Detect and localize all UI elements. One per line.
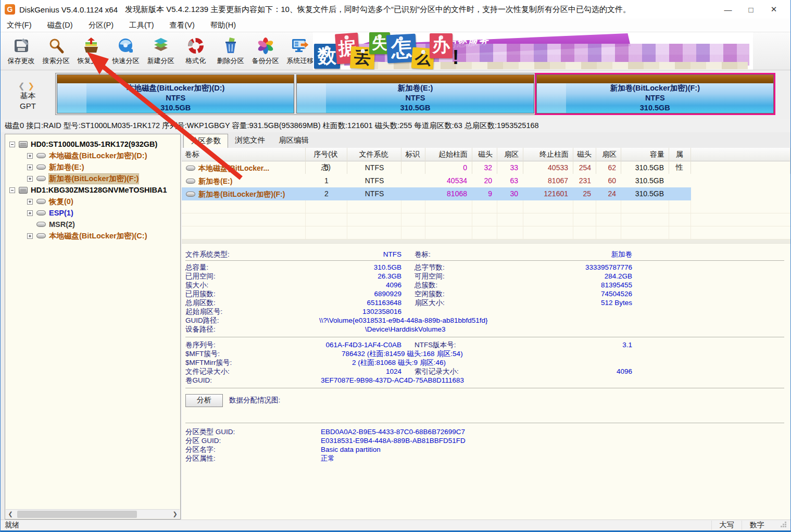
partition-icon xyxy=(36,222,46,227)
toolbar-label: 备份分区 xyxy=(252,56,279,66)
used-space-band xyxy=(537,83,566,113)
delete-partition-icon xyxy=(222,37,240,55)
empty-row xyxy=(182,213,790,226)
table-header-row: 卷标 序号(状态) 文件系统 标识 起始柱面 磁头 扇区 终止柱面 磁头 扇区 … xyxy=(182,148,790,161)
expand-icon[interactable] xyxy=(27,153,33,159)
partition-details: 文件系统类型: NTFS 卷标: 新加卷 总容量:310.5GB总字节数:333… xyxy=(182,244,790,463)
harddisk-icon xyxy=(19,187,28,194)
tree-item-local-d[interactable]: 本地磁盘(BitLocker加密)(D:) xyxy=(5,150,180,161)
partition-block-e[interactable]: 新加卷(E:) NTFS 310.5GB xyxy=(296,74,534,113)
tab-partition-params[interactable]: 分区参数 xyxy=(183,134,228,148)
scrollbar-thumb[interactable] xyxy=(17,511,137,518)
expand-icon[interactable] xyxy=(27,164,33,170)
guid-path-label: GUID路径: xyxy=(185,316,279,325)
partition-block-f-selected[interactable]: 新加卷(BitLocker加密)(F:) NTFS 310.5GB xyxy=(536,74,774,113)
tree-item-label: HD0:ST1000LM035-1RK172(932GB) xyxy=(31,140,157,148)
disk-type-gpt: GPT xyxy=(20,102,36,110)
next-disk-arrow-icon[interactable]: ❯ xyxy=(28,81,38,90)
table-end-strip xyxy=(182,239,790,244)
toolbar-save-changes[interactable]: 保存更改 xyxy=(4,34,39,68)
backup-partition-icon xyxy=(257,37,274,55)
partition-icon xyxy=(36,210,46,216)
scroll-right-icon[interactable]: ❯ xyxy=(170,511,180,517)
status-ready: 就绪 xyxy=(5,521,711,530)
save-icon xyxy=(12,37,30,55)
menu-help[interactable]: 帮助(H) xyxy=(210,20,236,30)
update-notice: 发现新版本 V5.4.2.1239 主要更新内容如下：10、恢复文件后，同时勾选… xyxy=(125,5,631,15)
prev-disk-arrow-icon[interactable]: ❮ xyxy=(18,81,28,90)
toolbar-backup-partition[interactable]: 备份分区 xyxy=(248,34,283,68)
volume-serial-value: 061A-F4D3-1AF4-C0AB xyxy=(279,340,401,349)
tab-sector-edit[interactable]: 扇区编辑 xyxy=(272,134,316,148)
toolbar-new-partition[interactable]: 新建分区 xyxy=(143,34,178,68)
status-caps-lock: 大写 xyxy=(711,521,742,530)
menu-partition[interactable]: 分区(P) xyxy=(89,20,114,30)
partition-block-d[interactable]: 本地磁盘(BitLocker加密)(D:) NTFS 310.5GB xyxy=(57,74,294,113)
system-migration-icon xyxy=(292,37,309,55)
expand-icon[interactable] xyxy=(27,233,33,239)
tree-item-label: 恢复(0) xyxy=(49,197,73,207)
maximize-button[interactable]: □ xyxy=(739,5,762,14)
fs-type-label: 文件系统类型: xyxy=(185,250,279,259)
partition-name: 新加卷(BitLocker加密)(F:) xyxy=(610,83,700,93)
table-row-partition-d[interactable]: 本地磁盘(BitLocker... 0 NTFS 0 32 33 40533 2… xyxy=(182,161,790,174)
toolbar-label: 恢复文件 xyxy=(78,56,105,66)
menu-view[interactable]: 查看(V) xyxy=(170,20,195,30)
tree-item-hd0[interactable]: HD0:ST1000LM035-1RK172(932GB) xyxy=(5,138,180,150)
table-row-partition-e[interactable]: 新加卷(E:) 1 NTFS 40534 20 63 81067 231 60 … xyxy=(182,174,790,187)
analyze-button[interactable]: 分析 xyxy=(185,394,223,407)
new-partition-icon xyxy=(152,37,170,55)
tree-item-local-c[interactable]: 本地磁盘(BitLocker加密)(C:) xyxy=(5,230,180,242)
resize-grip-icon[interactable] xyxy=(785,522,786,523)
partition-name: 新加卷(E:) xyxy=(398,83,433,93)
toolbar-format[interactable]: 格式化 xyxy=(178,34,213,68)
partition-block-header xyxy=(297,75,533,83)
collapse-icon[interactable] xyxy=(9,142,15,147)
minimize-button[interactable]: — xyxy=(717,5,739,14)
tree-item-msr[interactable]: MSR(2) xyxy=(5,219,180,230)
menu-disk[interactable]: 磁盘(D) xyxy=(47,20,73,30)
used-space-band xyxy=(57,83,86,113)
quick-partition-icon xyxy=(117,37,135,55)
tree-item-esp[interactable]: ESP(1) xyxy=(5,207,180,219)
tree-horizontal-scrollbar[interactable]: ❮ ❯ xyxy=(6,509,180,518)
allocation-map-label: 数据分配情况图: xyxy=(229,396,280,405)
toolbar-system-migration[interactable]: 系统迁移 xyxy=(283,34,318,68)
toolbar-label: 快速分区 xyxy=(112,56,140,66)
harddisk-icon xyxy=(19,141,28,148)
toolbar: 保存更改 搜索分区 恢复文件 快速分区 新建分区 xyxy=(1,32,790,70)
expand-icon[interactable] xyxy=(27,210,33,216)
device-path-value: \Device\HarddiskVolume3 xyxy=(279,325,632,334)
volume-guid-value: 3EF7087E-9B98-437D-AC4D-75AB8D111683 xyxy=(279,376,632,385)
scroll-left-icon[interactable]: ❮ xyxy=(6,511,15,517)
toolbar-recover-files[interactable]: 恢复文件 xyxy=(73,34,108,68)
close-button[interactable]: ✕ xyxy=(762,5,785,14)
partition-guid-value: E0318531-E9B4-448A-889B-AB81BBFD51FD xyxy=(321,436,790,445)
collapse-icon[interactable] xyxy=(9,187,15,193)
tree-item-hd1[interactable]: HD1:KBG30ZMS128GNVMeTOSHIBA1 xyxy=(5,184,180,196)
toolbar-search-partition[interactable]: 搜索分区 xyxy=(39,34,73,68)
toolbar-delete-partition[interactable]: 删除分区 xyxy=(213,34,248,68)
logo-letter: G xyxy=(7,5,13,14)
partition-size: 310.5GB xyxy=(640,103,670,113)
ad-banner[interactable]: 为您服务 数 据 丢 失 怎 么 办 ! xyxy=(313,32,753,70)
menu-tools[interactable]: 工具(T) xyxy=(129,20,154,30)
table-row-partition-f-selected[interactable]: 新加卷(BitLocker加密)(F:) 2 NTFS 81068 9 30 1… xyxy=(182,187,790,200)
expand-icon[interactable] xyxy=(27,199,33,205)
ntfs-version-value: 3.1 xyxy=(513,340,632,349)
menu-file[interactable]: 文件(F) xyxy=(7,20,32,30)
tree-item-label: 新加卷(BitLocker加密)(F:) xyxy=(49,174,139,184)
status-bar: 就绪 大写 数字 xyxy=(1,520,790,532)
tree-item-volume-f-selected[interactable]: 新加卷(BitLocker加密)(F:) xyxy=(5,173,180,184)
tree-item-recovery[interactable]: 恢复(0) xyxy=(5,196,180,207)
partition-detail-panel: 分区参数 浏览文件 扇区编辑 卷标 序号(状态) 文件系统 标识 起始柱面 磁头… xyxy=(182,134,790,520)
toolbar-quick-partition[interactable]: 快速分区 xyxy=(108,34,143,68)
expand-icon[interactable] xyxy=(27,176,33,182)
title-bar: G DiskGenius V5.4.0.1124 x64 发现新版本 V5.4.… xyxy=(1,0,790,19)
partition-attr-value: 正常 xyxy=(321,454,790,463)
tree-item-volume-e[interactable]: 新加卷(E:) xyxy=(5,161,180,173)
toolbar-label: 搜索分区 xyxy=(43,56,70,66)
partition-size: 310.5GB xyxy=(160,103,191,113)
tab-browse-files[interactable]: 浏览文件 xyxy=(228,134,272,148)
menu-bar: 文件(F) 磁盘(D) 分区(P) 工具(T) 查看(V) 帮助(H) xyxy=(1,19,790,32)
